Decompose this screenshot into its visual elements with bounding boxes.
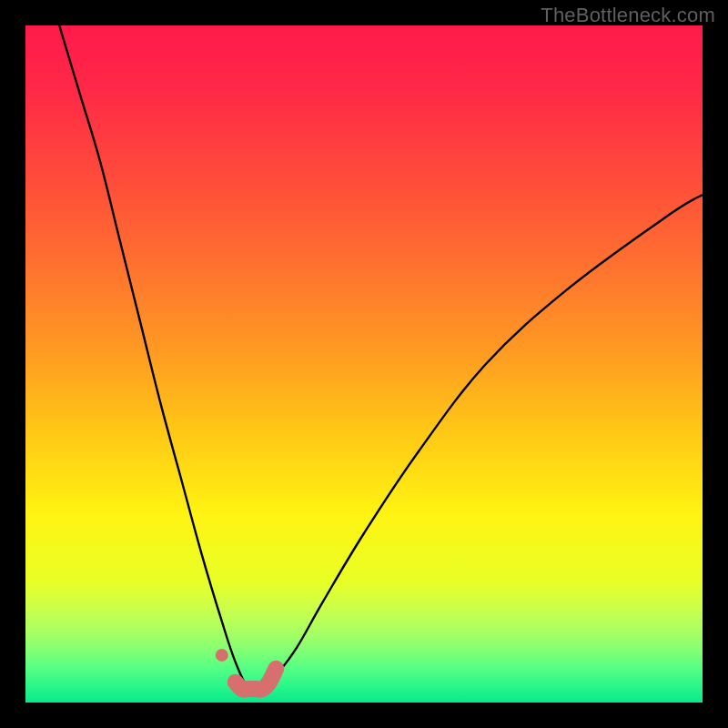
gradient-background	[25, 25, 703, 703]
plot-area	[25, 25, 703, 703]
watermark-text: TheBottleneck.com	[541, 4, 715, 27]
chart-svg	[25, 25, 703, 703]
outer-frame: TheBottleneck.com	[0, 0, 728, 728]
marker-dot	[216, 649, 228, 662]
